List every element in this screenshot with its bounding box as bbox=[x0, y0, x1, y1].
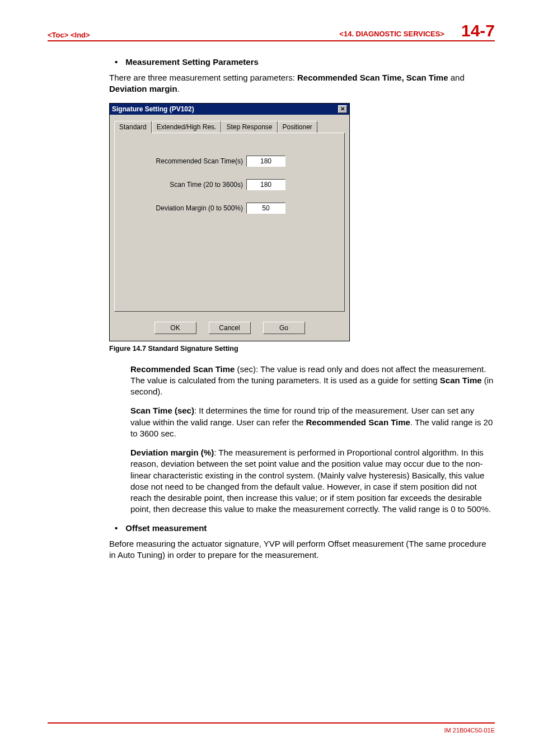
text-bold: Recommended Scan Time, Scan Time bbox=[297, 73, 448, 82]
figure-caption: Figure 14.7 Standard Signature Setting bbox=[109, 345, 495, 353]
deviation-margin-input[interactable]: 50 bbox=[246, 203, 285, 214]
recommended-scan-time-input[interactable]: 180 bbox=[246, 156, 285, 167]
paragraph-scan-time: Scan Time (sec): It determines the time … bbox=[109, 405, 495, 439]
text: . bbox=[177, 84, 180, 93]
text-bold: Scan Time bbox=[440, 375, 482, 385]
field-label: Scan Time (20 to 3600s) bbox=[170, 181, 243, 189]
dialog-tabs: Standard Extended/High Res. Step Respons… bbox=[114, 120, 345, 133]
tab-step-response[interactable]: Step Response bbox=[221, 121, 277, 133]
text-bold: Recommended Scan Time bbox=[306, 417, 410, 427]
bullet-offset-measurement: • Offset measurement bbox=[109, 523, 495, 533]
paragraph-offset-measurement: Before measuring the actuator signature,… bbox=[109, 538, 495, 561]
text-bold: Deviation margin bbox=[109, 84, 177, 93]
ind-link[interactable]: <Ind> bbox=[71, 31, 90, 39]
scan-time-input[interactable]: 180 bbox=[246, 179, 285, 190]
page-footer: IM 21B04C50-01E bbox=[48, 722, 495, 734]
text-bold: Scan Time (sec) bbox=[130, 406, 194, 415]
dialog-title-text: Signature Setting (PV102) bbox=[112, 105, 194, 113]
text-bold: Recommended Scan Time bbox=[130, 364, 235, 374]
toc-link[interactable]: <Toc> bbox=[48, 31, 68, 39]
tab-positioner[interactable]: Positioner bbox=[278, 121, 317, 133]
close-button[interactable]: ✕ bbox=[338, 105, 347, 113]
bullet-measurement-setting: • Measurement Setting Parameters bbox=[109, 57, 495, 67]
paragraph-deviation-margin: Deviation margin (%): The measurement is… bbox=[109, 447, 495, 515]
field-recommended-scan-time: Recommended Scan Time(s) 180 bbox=[120, 156, 333, 167]
page-header: <Toc> <Ind> <14. DIAGNOSTIC SERVICES> 14… bbox=[48, 22, 495, 41]
doc-id: IM 21B04C50-01E bbox=[444, 727, 495, 734]
tab-extended[interactable]: Extended/High Res. bbox=[152, 121, 222, 133]
tab-standard[interactable]: Standard bbox=[114, 121, 152, 133]
bullet-label: Offset measurement bbox=[125, 523, 207, 533]
dialog-buttons: OK Cancel Go bbox=[114, 322, 345, 334]
text: : The measurement is performed in Propor… bbox=[130, 448, 491, 514]
field-deviation-margin: Deviation Margin (0 to 500%) 50 bbox=[120, 203, 333, 214]
bullet-dot-icon: • bbox=[115, 523, 118, 533]
bullet-dot-icon: • bbox=[115, 57, 118, 67]
go-button[interactable]: Go bbox=[263, 322, 305, 334]
close-icon: ✕ bbox=[340, 106, 345, 112]
signature-setting-dialog: Signature Setting (PV102) ✕ Standard Ext… bbox=[109, 103, 350, 341]
text-bold: Deviation margin (%) bbox=[130, 448, 214, 457]
bullet-label: Measurement Setting Parameters bbox=[125, 57, 259, 67]
ok-button[interactable]: OK bbox=[154, 322, 196, 334]
field-label: Deviation Margin (0 to 500%) bbox=[156, 204, 243, 212]
dialog-titlebar: Signature Setting (PV102) ✕ bbox=[110, 104, 349, 115]
tab-panel: Recommended Scan Time(s) 180 Scan Time (… bbox=[114, 133, 345, 312]
field-scan-time: Scan Time (20 to 3600s) 180 bbox=[120, 179, 333, 190]
text: There are three measurement setting para… bbox=[109, 73, 297, 82]
text: and bbox=[448, 73, 465, 82]
cancel-button[interactable]: Cancel bbox=[209, 322, 251, 334]
intro-paragraph: There are three measurement setting para… bbox=[109, 72, 495, 95]
paragraph-recommended-scan-time: Recommended Scan Time (sec): The value i… bbox=[109, 364, 495, 398]
field-label: Recommended Scan Time(s) bbox=[156, 157, 243, 165]
page-number: 14-7 bbox=[461, 22, 495, 39]
section-title: <14. DIAGNOSTIC SERVICES> bbox=[339, 30, 444, 38]
